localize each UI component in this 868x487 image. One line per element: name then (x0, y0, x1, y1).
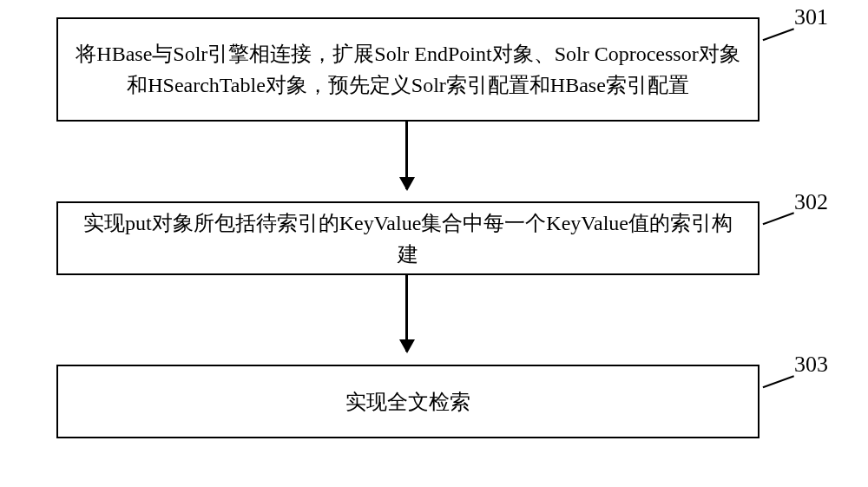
step-text-2: 实现put对象所包括待索引的KeyValue集合中每一个KeyValue值的索引… (76, 207, 740, 270)
arrow-1-to-2 (405, 122, 408, 189)
flowchart-container: 将HBase与Solr引擎相连接，扩展Solr EndPoint对象、Solr … (0, 0, 868, 487)
step-box-3: 实现全文检索 (56, 365, 760, 438)
step-label-3: 303 (794, 352, 828, 378)
step-box-1: 将HBase与Solr引擎相连接，扩展Solr EndPoint对象、Solr … (56, 17, 760, 122)
label-connector-2 (756, 194, 794, 225)
step-text-3: 实现全文检索 (345, 386, 470, 418)
step-text-1: 将HBase与Solr引擎相连接，扩展Solr EndPoint对象、Solr … (76, 38, 740, 101)
step-label-1: 301 (794, 4, 828, 30)
step-label-2: 302 (794, 189, 828, 215)
step-box-2: 实现put对象所包括待索引的KeyValue集合中每一个KeyValue值的索引… (56, 201, 760, 275)
label-connector-3 (756, 357, 794, 388)
arrow-2-to-3 (405, 275, 408, 352)
label-connector-1 (756, 10, 794, 41)
